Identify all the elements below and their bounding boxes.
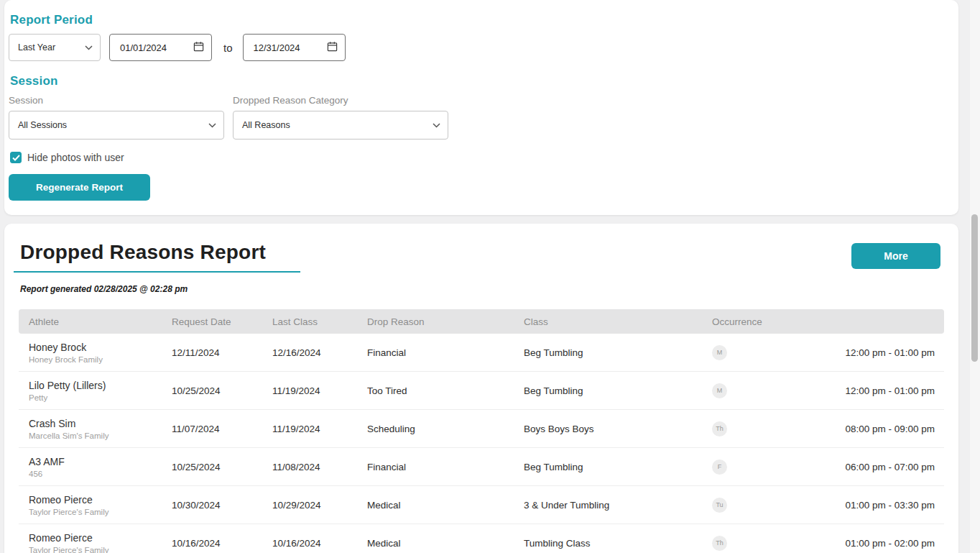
column-header-request-date: Request Date (162, 316, 262, 327)
cell-last-class: 10/29/2024 (262, 500, 357, 511)
chevron-down-icon (85, 45, 93, 50)
table-row: Romeo Pierce Taylor Pierce's Family 10/3… (19, 486, 944, 524)
session-block: Session Session Dropped Reason Category … (7, 74, 947, 208)
athlete-family: 456 (29, 470, 162, 478)
table-row: Romeo Pierce Taylor Pierce's Family 10/1… (19, 524, 944, 553)
column-header-athlete: Athlete (19, 316, 162, 327)
chevron-down-icon (208, 123, 216, 128)
cell-request-date: 10/25/2024 (162, 462, 262, 472)
cell-request-date: 11/07/2024 (162, 424, 262, 434)
cell-time: 01:00 pm - 03:30 pm (788, 500, 944, 511)
session-title: Session (10, 74, 947, 88)
day-badge: M (712, 345, 727, 360)
cell-occurrence: Th (702, 421, 788, 437)
athlete-name: Romeo Pierce (29, 494, 162, 506)
calendar-icon (327, 41, 338, 54)
cell-athlete: Romeo Pierce Taylor Pierce's Family (19, 532, 162, 553)
athlete-family: Taylor Pierce's Family (29, 546, 162, 553)
cell-last-class: 11/19/2024 (262, 385, 357, 396)
report-period-title: Report Period (10, 13, 947, 27)
session-select[interactable]: All Sessions (9, 111, 224, 140)
table-row: Crash Sim Marcella Sim's Family 11/07/20… (19, 410, 944, 448)
cell-request-date: 10/25/2024 (162, 385, 262, 396)
cell-last-class: 11/19/2024 (262, 424, 357, 434)
cell-athlete: Crash Sim Marcella Sim's Family (19, 418, 162, 440)
cell-athlete: Honey Brock Honey Brock Family (19, 342, 162, 364)
report-period-controls: Last Year 01/01/2024 to 12/31/2024 (9, 34, 947, 61)
cell-occurrence: M (702, 383, 788, 398)
day-badge: Th (712, 536, 727, 551)
reason-field-label: Dropped Reason Category (233, 95, 348, 106)
cell-occurrence: M (702, 345, 788, 360)
start-date-input[interactable]: 01/01/2024 (109, 34, 212, 61)
cell-drop-reason: Financial (357, 462, 514, 472)
athlete-family: Honey Brock Family (29, 355, 162, 364)
end-date-input[interactable]: 12/31/2024 (243, 34, 346, 61)
report-generated-text: Report generated 02/28/2025 @ 02:28 pm (20, 284, 944, 294)
cell-class: 3 & Under Tumbling (514, 500, 702, 511)
cell-last-class: 10/16/2024 (262, 538, 357, 549)
reason-select-value: All Reasons (242, 120, 290, 130)
checkbox-icon (10, 152, 22, 163)
athlete-name: A3 AMF (29, 456, 162, 467)
athlete-family: Marcella Sim's Family (29, 431, 162, 440)
period-select-value: Last Year (18, 42, 55, 52)
cell-drop-reason: Scheduling (357, 424, 514, 434)
cell-class: Boys Boys Boys (514, 424, 702, 434)
regenerate-report-button[interactable]: Regenerate Report (9, 174, 150, 201)
cell-athlete: Romeo Pierce Taylor Pierce's Family (19, 494, 162, 516)
session-select-value: All Sessions (18, 120, 67, 130)
cell-last-class: 12/16/2024 (262, 347, 357, 358)
filters-card: Report Period Last Year 01/01/2024 to 12… (4, 0, 958, 215)
start-date-value: 01/01/2024 (120, 42, 167, 53)
athlete-name: Honey Brock (29, 342, 162, 353)
day-badge: M (712, 383, 727, 398)
cell-occurrence: Th (702, 536, 788, 551)
cell-drop-reason: Medical (357, 500, 514, 511)
session-selects: All Sessions All Reasons (9, 111, 947, 140)
chevron-down-icon (433, 123, 440, 128)
cell-request-date: 12/11/2024 (162, 347, 262, 358)
period-select[interactable]: Last Year (9, 34, 101, 61)
session-labels: Session Dropped Reason Category (9, 95, 947, 106)
cell-class: Beg Tumbling (514, 462, 702, 472)
column-header-class: Class (514, 316, 702, 327)
to-label: to (223, 42, 233, 54)
column-header-last-class: Last Class (262, 316, 357, 327)
cell-athlete: A3 AMF 456 (19, 456, 162, 478)
reason-select[interactable]: All Reasons (233, 111, 448, 140)
athlete-family: Petty (29, 393, 162, 402)
cell-class: Beg Tumbling (514, 385, 702, 396)
hide-photos-label: Hide photos with user (27, 152, 124, 163)
table-row: Honey Brock Honey Brock Family 12/11/202… (19, 334, 944, 372)
table-row: A3 AMF 456 10/25/2024 11/08/2024 Financi… (19, 448, 944, 486)
report-card: Dropped Reasons Report More Report gener… (4, 224, 958, 553)
scrollbar-thumb[interactable] (971, 214, 978, 362)
more-button[interactable]: More (851, 243, 940, 269)
cell-class: Beg Tumbling (514, 347, 702, 358)
day-badge: Th (712, 421, 727, 437)
athlete-name: Lilo Petty (Lillers) (29, 380, 162, 391)
cell-time: 08:00 pm - 09:00 pm (788, 424, 944, 434)
day-badge: F (712, 460, 727, 475)
hide-photos-checkbox[interactable]: Hide photos with user (10, 152, 947, 163)
table-row: Lilo Petty (Lillers) Petty 10/25/2024 11… (19, 372, 944, 410)
table-header: Athlete Request Date Last Class Drop Rea… (19, 309, 944, 334)
column-header-drop-reason: Drop Reason (357, 316, 514, 327)
athlete-name: Romeo Pierce (29, 532, 162, 544)
athlete-name: Crash Sim (29, 418, 162, 429)
report-table: Athlete Request Date Last Class Drop Rea… (19, 309, 944, 553)
cell-last-class: 11/08/2024 (262, 462, 357, 472)
cell-occurrence: F (702, 460, 788, 475)
calendar-icon (193, 41, 204, 54)
end-date-value: 12/31/2024 (254, 42, 300, 53)
cell-time: 12:00 pm - 01:00 pm (788, 385, 944, 396)
page: Report Period Last Year 01/01/2024 to 12… (0, 0, 970, 553)
table-body: Honey Brock Honey Brock Family 12/11/202… (19, 334, 944, 553)
cell-occurrence: Tu (702, 498, 788, 513)
cell-request-date: 10/16/2024 (162, 538, 262, 549)
cell-drop-reason: Financial (357, 347, 514, 358)
scrollbar-track[interactable] (970, 0, 980, 553)
cell-athlete: Lilo Petty (Lillers) Petty (19, 380, 162, 402)
cell-time: 06:00 pm - 07:00 pm (788, 462, 944, 472)
